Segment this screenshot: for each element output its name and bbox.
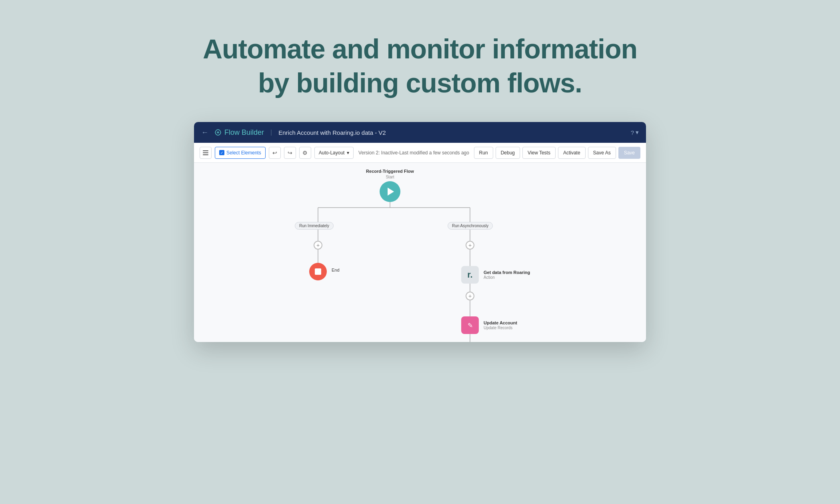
svg-rect-2 bbox=[203, 154, 208, 155]
debug-button[interactable]: Debug bbox=[496, 147, 520, 159]
add-button-right-2[interactable]: + bbox=[466, 292, 474, 300]
redo-button[interactable]: ↪ bbox=[284, 147, 296, 159]
update-icon: ✎ bbox=[468, 322, 473, 329]
select-elements-label: Select Elements bbox=[226, 150, 261, 156]
heading-line2: by building custom flows. bbox=[203, 66, 637, 100]
flow-diagram: Record-Triggered Flow Start Run Immediat… bbox=[194, 163, 646, 342]
run-button[interactable]: Run bbox=[474, 147, 493, 159]
save-button[interactable]: Save bbox=[618, 147, 640, 159]
select-elements-button[interactable]: Select Elements bbox=[215, 147, 266, 159]
title-bar-right: ? ▾ bbox=[631, 129, 639, 136]
roaring-action-node[interactable]: r. bbox=[461, 266, 479, 284]
undo-button[interactable]: ↩ bbox=[269, 147, 281, 159]
sidebar-toggle-button[interactable] bbox=[200, 147, 212, 159]
flow-canvas: Record-Triggered Flow Start Run Immediat… bbox=[194, 163, 646, 342]
title-separator: | bbox=[270, 129, 272, 136]
action-node-label: Get data from Roaring Action bbox=[484, 270, 530, 280]
add-button-left-1[interactable]: + bbox=[314, 241, 322, 250]
page-heading: Automate and monitor information by buil… bbox=[203, 32, 637, 100]
branch-label-right: Run Asynchronously bbox=[448, 222, 493, 230]
save-as-button[interactable]: Save As bbox=[588, 147, 616, 159]
end-node-left[interactable] bbox=[309, 263, 327, 280]
toolbar-right: Run Debug View Tests Activate Save As Sa… bbox=[474, 147, 640, 159]
toolbar: Select Elements ↩ ↪ ⚙ Auto-Layout ▾ Vers… bbox=[194, 143, 646, 163]
flow-connections bbox=[194, 163, 646, 342]
select-checkbox-icon bbox=[219, 150, 224, 155]
chevron-down-icon: ▾ bbox=[636, 129, 639, 136]
update-node-label: Update Account Update Records bbox=[484, 320, 517, 330]
activate-button[interactable]: Activate bbox=[558, 147, 586, 159]
app-name-label: Flow Builder bbox=[224, 128, 264, 137]
flow-name-title: Enrich Account with Roaring.io data - V2 bbox=[278, 129, 386, 136]
start-node[interactable] bbox=[380, 181, 400, 202]
settings-button[interactable]: ⚙ bbox=[299, 147, 311, 159]
roaring-logo-icon: r. bbox=[467, 270, 472, 280]
branch-label-left: Run Immediately bbox=[295, 222, 334, 230]
svg-rect-1 bbox=[203, 152, 208, 153]
view-tests-button[interactable]: View Tests bbox=[522, 147, 556, 159]
heading-line1: Automate and monitor information bbox=[203, 32, 637, 66]
back-button[interactable]: ← bbox=[201, 128, 208, 137]
version-status: Version 2: Inactive-Last modified a few … bbox=[357, 150, 470, 156]
svg-rect-0 bbox=[203, 150, 208, 151]
update-account-node[interactable]: ✎ bbox=[461, 316, 479, 334]
start-node-label: Record-Triggered Flow Start bbox=[364, 168, 416, 180]
title-bar: ← Flow Builder | Enrich Account with Roa… bbox=[194, 122, 646, 143]
help-label[interactable]: ? bbox=[631, 129, 634, 136]
app-window: ← Flow Builder | Enrich Account with Roa… bbox=[194, 122, 646, 342]
auto-layout-chevron: ▾ bbox=[347, 150, 349, 156]
auto-layout-dropdown[interactable]: Auto-Layout ▾ bbox=[314, 147, 354, 159]
add-button-right-1[interactable]: + bbox=[466, 241, 474, 250]
auto-layout-label: Auto-Layout bbox=[319, 150, 345, 156]
app-logo: Flow Builder bbox=[214, 128, 264, 137]
end-node-left-label: End bbox=[332, 268, 340, 272]
